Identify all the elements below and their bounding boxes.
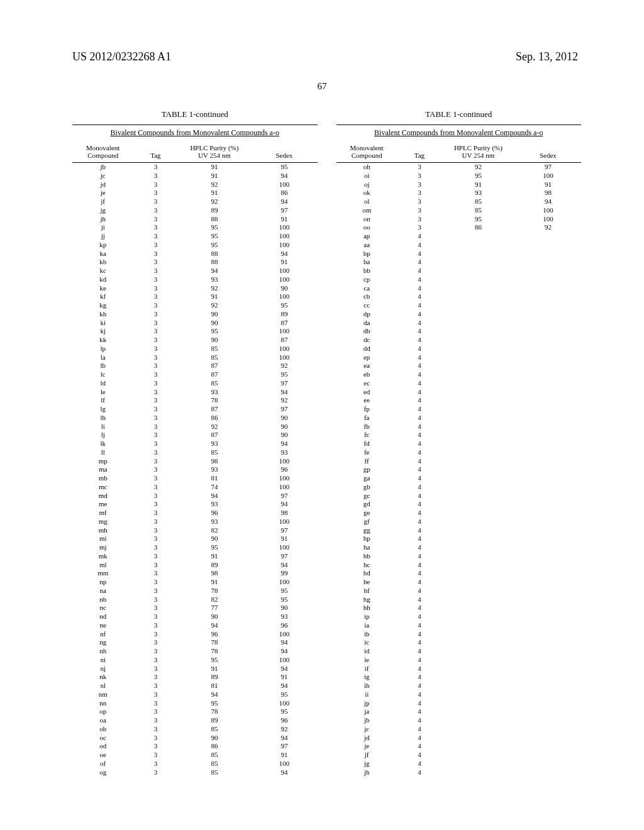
table-cell	[515, 284, 581, 293]
table-row: fc4	[336, 431, 582, 440]
table-cell: 95	[177, 699, 251, 708]
table-cell: 92	[251, 362, 317, 370]
table-cell: 96	[177, 509, 251, 517]
content-columns: TABLE 1-continued Bivalent Compounds fro…	[0, 109, 644, 777]
table-cell	[515, 760, 581, 768]
table-cell	[441, 673, 515, 682]
table-cell: 3	[133, 569, 177, 578]
table-cell	[515, 319, 581, 328]
table-row: mp398100	[72, 457, 318, 466]
table-cell: 4	[397, 656, 441, 665]
table-cell: 90	[251, 414, 317, 423]
table-cell: 91	[177, 665, 251, 673]
table-cell: 3	[133, 440, 177, 448]
table-cell: 3	[133, 319, 177, 328]
table-cell: bb	[336, 267, 397, 275]
table-cell: jc	[336, 725, 397, 734]
table-cell: fb	[336, 423, 397, 431]
table-cell	[515, 682, 581, 690]
table-cell: 4	[397, 492, 441, 501]
table-cell: ni	[72, 656, 133, 665]
table-row: ig4	[336, 673, 582, 682]
table-cell	[441, 534, 515, 543]
doc-number: US 2012/0232268 A1	[72, 50, 171, 64]
table-cell: on	[336, 215, 397, 224]
table-cell: 91	[251, 751, 317, 760]
table-cell	[441, 232, 515, 241]
table-cell: 93	[177, 440, 251, 448]
table-cell: 3	[133, 301, 177, 310]
table-cell: 3	[133, 345, 177, 353]
table-cell: 92	[177, 197, 251, 206]
table-cell	[441, 457, 515, 466]
table-cell: he	[336, 578, 397, 587]
table-row: mm39899	[72, 569, 318, 578]
table-cell	[441, 431, 515, 440]
table-title: TABLE 1-continued	[336, 109, 582, 119]
table-row: jc39194	[72, 172, 318, 180]
doc-date: Sep. 13, 2012	[516, 50, 578, 64]
table-row: oc39094	[72, 734, 318, 743]
table-row: mk39197	[72, 552, 318, 561]
table-row: ff4	[336, 457, 582, 466]
table-cell	[441, 423, 515, 431]
table-cell: 4	[397, 310, 441, 319]
table-cell: jd	[336, 734, 397, 743]
table-cell: 86	[177, 742, 251, 751]
table-cell	[441, 474, 515, 483]
table-cell: ja	[336, 707, 397, 716]
table-cell: mf	[72, 509, 133, 517]
table-cell: 3	[133, 673, 177, 682]
table-cell: 93	[177, 275, 251, 284]
table-row: kh39089	[72, 310, 318, 319]
table-cell: 3	[133, 414, 177, 423]
table-cell	[441, 561, 515, 570]
table-cell: 94	[177, 690, 251, 699]
table-cell: nd	[72, 612, 133, 621]
table-cell: 4	[397, 241, 441, 250]
table-cell: 94	[251, 500, 317, 509]
table-cell: 89	[177, 561, 251, 570]
table-cell: 3	[133, 396, 177, 405]
table-cell: 97	[251, 552, 317, 561]
table-row: np391100	[72, 578, 318, 587]
table-cell: gc	[336, 492, 397, 501]
table-cell: 95	[177, 232, 251, 241]
table-cell: 98	[515, 189, 581, 197]
table-cell: 3	[133, 647, 177, 656]
table-cell: ll	[72, 448, 133, 457]
table-cell: 3	[133, 327, 177, 336]
table-cell: ld	[72, 379, 133, 388]
table-cell	[441, 396, 515, 405]
table-row: nh37894	[72, 647, 318, 656]
table-cell: jd	[72, 180, 133, 189]
table-cell	[441, 362, 515, 370]
table-cell: mi	[72, 534, 133, 543]
table-row: hc4	[336, 561, 582, 570]
table-cell: 4	[397, 665, 441, 673]
table-cell: 97	[251, 492, 317, 501]
table-cell	[515, 448, 581, 457]
table-cell: jg	[72, 206, 133, 215]
table-cell: ml	[72, 561, 133, 570]
table-cell: 96	[177, 630, 251, 639]
table-cell: 94	[251, 647, 317, 656]
table-cell: 4	[397, 500, 441, 509]
table-cell: oj	[336, 180, 397, 189]
table-cell	[441, 336, 515, 345]
table-row: db4	[336, 327, 582, 336]
table-row: hh4	[336, 604, 582, 612]
table-cell: lk	[72, 440, 133, 448]
table-cell: 3	[397, 180, 441, 189]
table-cell: dc	[336, 336, 397, 345]
table-cell: 85	[177, 379, 251, 388]
table-row: ib4	[336, 630, 582, 639]
table-cell: 95	[177, 241, 251, 250]
table-cell: op	[72, 707, 133, 716]
table-cell: 3	[133, 638, 177, 647]
table-cell: 100	[251, 241, 317, 250]
table-cell: 4	[397, 405, 441, 414]
table-cell: jg	[336, 760, 397, 768]
table-cell: 3	[397, 223, 441, 232]
table-cell	[515, 734, 581, 743]
